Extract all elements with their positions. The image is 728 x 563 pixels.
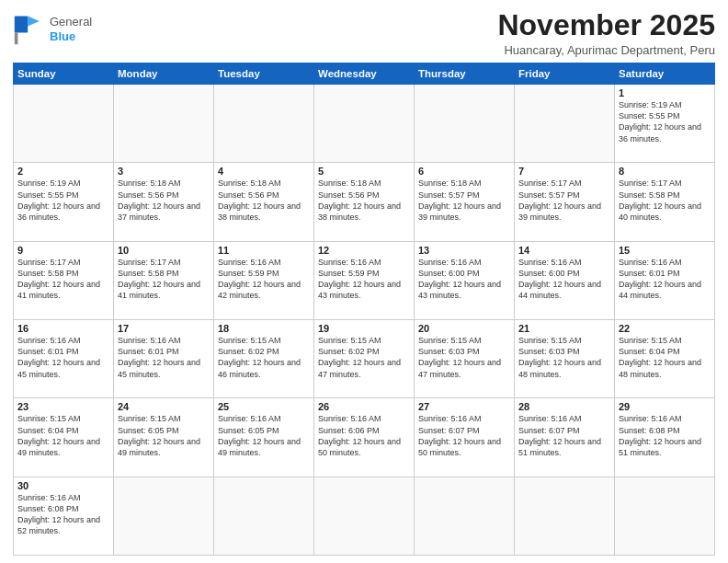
empty-cell	[515, 85, 615, 163]
table-row: 9 Sunrise: 5:17 AMSunset: 5:58 PMDayligh…	[14, 241, 715, 319]
header-friday: Friday	[515, 63, 615, 85]
empty-cell	[14, 85, 114, 163]
empty-cell	[615, 477, 715, 555]
day-1: 1 Sunrise: 5:19 AMSunset: 5:55 PMDayligh…	[615, 85, 715, 163]
empty-cell	[214, 477, 314, 555]
logo-icon	[13, 13, 46, 46]
table-row: 23 Sunrise: 5:15 AMSunset: 6:04 PMDaylig…	[14, 398, 715, 477]
logo-general: General	[50, 15, 92, 29]
day-15: 15 Sunrise: 5:16 AMSunset: 6:01 PMDaylig…	[615, 241, 715, 319]
header: General Blue November 2025 Huancaray, Ap…	[13, 9, 715, 57]
logo-text: General Blue	[50, 15, 92, 43]
header-monday: Monday	[114, 63, 214, 85]
day-17: 17 Sunrise: 5:16 AMSunset: 6:01 PMDaylig…	[114, 320, 214, 398]
day-21: 21 Sunrise: 5:15 AMSunset: 6:03 PMDaylig…	[515, 320, 615, 398]
day-5: 5 Sunrise: 5:18 AMSunset: 5:56 PMDayligh…	[314, 163, 415, 241]
day-6: 6 Sunrise: 5:18 AMSunset: 5:57 PMDayligh…	[415, 163, 515, 241]
table-row: 16 Sunrise: 5:16 AMSunset: 6:01 PMDaylig…	[14, 320, 715, 398]
empty-cell	[314, 477, 415, 555]
empty-cell	[515, 477, 615, 555]
day-29: 29 Sunrise: 5:16 AMSunset: 6:08 PMDaylig…	[615, 398, 715, 477]
svg-rect-2	[15, 33, 18, 45]
day-7: 7 Sunrise: 5:17 AMSunset: 5:57 PMDayligh…	[515, 163, 615, 241]
svg-rect-0	[15, 17, 28, 33]
day-8: 8 Sunrise: 5:17 AMSunset: 5:58 PMDayligh…	[615, 163, 715, 241]
empty-cell	[415, 477, 515, 555]
day-24: 24 Sunrise: 5:15 AMSunset: 6:05 PMDaylig…	[114, 398, 214, 477]
page: General Blue November 2025 Huancaray, Ap…	[0, 0, 728, 563]
logo: General Blue	[13, 13, 92, 46]
day-18: 18 Sunrise: 5:15 AMSunset: 6:02 PMDaylig…	[214, 320, 314, 398]
header-wednesday: Wednesday	[314, 63, 415, 85]
empty-cell	[114, 85, 214, 163]
table-row: 30 Sunrise: 5:16 AMSunset: 6:08 PMDaylig…	[14, 477, 715, 555]
location: Huancaray, Apurimac Department, Peru	[497, 43, 715, 57]
day-20: 20 Sunrise: 5:15 AMSunset: 6:03 PMDaylig…	[415, 320, 515, 398]
logo-blue: Blue	[50, 29, 75, 43]
day-28: 28 Sunrise: 5:16 AMSunset: 6:07 PMDaylig…	[515, 398, 615, 477]
day-11: 11 Sunrise: 5:16 AMSunset: 5:59 PMDaylig…	[214, 241, 314, 319]
day-25: 25 Sunrise: 5:16 AMSunset: 6:05 PMDaylig…	[214, 398, 314, 477]
empty-cell	[114, 477, 214, 555]
empty-cell	[314, 85, 415, 163]
empty-cell	[415, 85, 515, 163]
day-10: 10 Sunrise: 5:17 AMSunset: 5:58 PMDaylig…	[114, 241, 214, 319]
day-4: 4 Sunrise: 5:18 AMSunset: 5:56 PMDayligh…	[214, 163, 314, 241]
day-19: 19 Sunrise: 5:15 AMSunset: 6:02 PMDaylig…	[314, 320, 415, 398]
month-title: November 2025	[497, 9, 715, 41]
day-13: 13 Sunrise: 5:16 AMSunset: 6:00 PMDaylig…	[415, 241, 515, 319]
table-row: 2 Sunrise: 5:19 AMSunset: 5:55 PMDayligh…	[14, 163, 715, 241]
day-26: 26 Sunrise: 5:16 AMSunset: 6:06 PMDaylig…	[314, 398, 415, 477]
day-27: 27 Sunrise: 5:16 AMSunset: 6:07 PMDaylig…	[415, 398, 515, 477]
title-block: November 2025 Huancaray, Apurimac Depart…	[497, 9, 715, 57]
header-sunday: Sunday	[14, 63, 114, 85]
day-16: 16 Sunrise: 5:16 AMSunset: 6:01 PMDaylig…	[14, 320, 114, 398]
header-thursday: Thursday	[415, 63, 515, 85]
header-tuesday: Tuesday	[214, 63, 314, 85]
calendar: Sunday Monday Tuesday Wednesday Thursday…	[13, 63, 715, 556]
empty-cell	[214, 85, 314, 163]
day-9: 9 Sunrise: 5:17 AMSunset: 5:58 PMDayligh…	[14, 241, 114, 319]
weekday-header-row: Sunday Monday Tuesday Wednesday Thursday…	[14, 63, 715, 85]
day-22: 22 Sunrise: 5:15 AMSunset: 6:04 PMDaylig…	[615, 320, 715, 398]
day-30: 30 Sunrise: 5:16 AMSunset: 6:08 PMDaylig…	[14, 477, 114, 555]
header-saturday: Saturday	[615, 63, 715, 85]
day-3: 3 Sunrise: 5:18 AMSunset: 5:56 PMDayligh…	[114, 163, 214, 241]
day-12: 12 Sunrise: 5:16 AMSunset: 5:59 PMDaylig…	[314, 241, 415, 319]
day-14: 14 Sunrise: 5:16 AMSunset: 6:00 PMDaylig…	[515, 241, 615, 319]
table-row: 1 Sunrise: 5:19 AMSunset: 5:55 PMDayligh…	[14, 85, 715, 163]
day-2: 2 Sunrise: 5:19 AMSunset: 5:55 PMDayligh…	[14, 163, 114, 241]
day-23: 23 Sunrise: 5:15 AMSunset: 6:04 PMDaylig…	[14, 398, 114, 477]
svg-marker-1	[28, 17, 40, 27]
